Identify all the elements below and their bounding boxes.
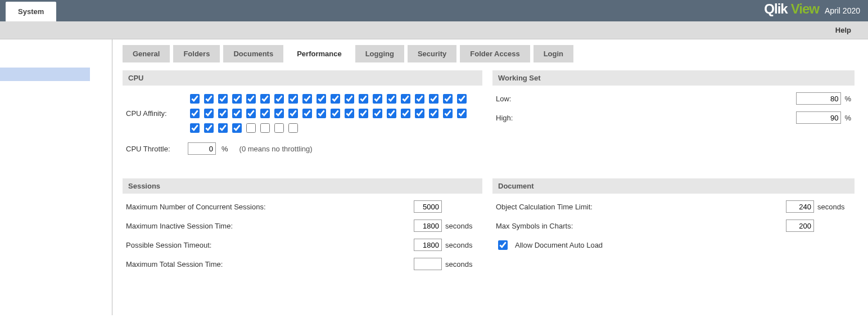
- cpu-affinity-checkbox-33[interactable]: [373, 109, 382, 118]
- session-row-0: Maximum Number of Concurrent Sessions:: [126, 200, 479, 213]
- document-input-1[interactable]: [786, 220, 814, 232]
- cpu-affinity-checkbox-2[interactable]: [218, 94, 228, 104]
- cpu-affinity-checkbox-0[interactable]: [190, 94, 200, 104]
- cpu-affinity-checkbox-10[interactable]: [331, 94, 340, 104]
- cpu-throttle-label: CPU Throttle:: [126, 145, 182, 153]
- cpu-affinity-checkbox-38[interactable]: [443, 109, 453, 118]
- cpu-affinity-checkbox-22[interactable]: [218, 109, 228, 118]
- cpu-affinity-checkbox-19[interactable]: [457, 94, 467, 104]
- session-unit-2: seconds: [445, 241, 479, 249]
- cpu-affinity-checkbox-8[interactable]: [302, 94, 312, 104]
- cpu-affinity-checkbox-12[interactable]: [359, 94, 368, 104]
- cpu-affinity-checkbox-37[interactable]: [429, 109, 438, 118]
- system-tab[interactable]: System: [6, 2, 56, 21]
- cpu-affinity-checkbox-44[interactable]: [246, 123, 256, 133]
- cpu-affinity-checkbox-46[interactable]: [274, 123, 284, 133]
- sidebar-selected-item[interactable]: [0, 68, 90, 81]
- cpu-affinity-checkbox-14[interactable]: [387, 94, 396, 104]
- session-input-1[interactable]: [414, 220, 442, 232]
- tabs-row: GeneralFoldersDocumentsPerformanceLoggin…: [123, 45, 855, 62]
- cpu-affinity-checkbox-25[interactable]: [260, 109, 270, 118]
- document-input-0[interactable]: [786, 200, 814, 213]
- sessions-header: Sessions: [123, 178, 482, 194]
- session-label-2: Possible Session Timeout:: [126, 241, 414, 249]
- session-unit-3: seconds: [445, 260, 479, 268]
- document-unit-0: seconds: [817, 203, 851, 211]
- document-row-0: Object Calculation Time Limit:seconds: [496, 200, 851, 213]
- cpu-affinity-checkbox-34[interactable]: [387, 109, 396, 118]
- cpu-affinity-checkbox-16[interactable]: [415, 94, 424, 104]
- cpu-affinity-checkbox-31[interactable]: [345, 109, 354, 118]
- document-header: Document: [492, 178, 855, 194]
- cpu-affinity-checkbox-30[interactable]: [331, 109, 340, 118]
- brand-qlik: Qlik: [764, 1, 787, 17]
- session-input-3[interactable]: [414, 258, 442, 270]
- working-set-panel: Working Set Low: % High: %: [492, 70, 855, 166]
- cpu-affinity-checkbox-15[interactable]: [401, 94, 410, 104]
- document-label-1: Max Symbols in Charts:: [496, 222, 786, 230]
- session-label-1: Maximum Inactive Session Time:: [126, 222, 414, 230]
- cpu-affinity-checkbox-6[interactable]: [274, 94, 284, 104]
- cpu-affinity-checkbox-23[interactable]: [232, 109, 242, 118]
- cpu-affinity-checkbox-4[interactable]: [246, 94, 256, 104]
- cpu-affinity-checkbox-43[interactable]: [232, 123, 242, 133]
- brand-view: View: [791, 1, 819, 17]
- tab-general[interactable]: General: [123, 45, 170, 62]
- sessions-panel: Sessions Maximum Number of Concurrent Se…: [123, 178, 482, 280]
- cpu-affinity-checkbox-7[interactable]: [288, 94, 298, 104]
- cpu-affinity-checkbox-3[interactable]: [232, 94, 242, 104]
- cpu-affinity-checkbox-24[interactable]: [246, 109, 256, 118]
- ws-low-input[interactable]: [796, 92, 841, 105]
- session-row-2: Possible Session Timeout:seconds: [126, 239, 479, 251]
- cpu-affinity-checkbox-29[interactable]: [317, 109, 326, 118]
- help-link[interactable]: Help: [835, 26, 851, 34]
- cpu-throttle-input[interactable]: [188, 142, 216, 155]
- ws-high-input[interactable]: [796, 111, 841, 124]
- cpu-affinity-checkbox-35[interactable]: [401, 109, 410, 118]
- cpu-affinity-checkbox-36[interactable]: [415, 109, 424, 118]
- cpu-affinity-checkbox-26[interactable]: [274, 109, 284, 118]
- cpu-throttle-hint: (0 means no throttling): [239, 145, 313, 153]
- brand-area: QlikView April 2020: [756, 0, 868, 21]
- cpu-affinity-checkbox-11[interactable]: [345, 94, 354, 104]
- top-bar: System QlikView April 2020: [0, 0, 868, 21]
- cpu-affinity-checkbox-1[interactable]: [204, 94, 214, 104]
- session-input-2[interactable]: [414, 239, 442, 251]
- cpu-affinity-checkbox-21[interactable]: [204, 109, 214, 118]
- cpu-affinity-checkbox-5[interactable]: [260, 94, 270, 104]
- session-label-3: Maximum Total Session Time:: [126, 260, 414, 268]
- tab-documents[interactable]: Documents: [223, 45, 283, 62]
- tab-folders[interactable]: Folders: [173, 45, 220, 62]
- tab-logging[interactable]: Logging: [355, 45, 404, 62]
- ws-high-unit: %: [844, 114, 851, 122]
- cpu-affinity-checkbox-18[interactable]: [443, 94, 453, 104]
- cpu-affinity-checkbox-47[interactable]: [288, 123, 298, 133]
- document-row-1: Max Symbols in Charts:: [496, 220, 851, 232]
- session-row-3: Maximum Total Session Time:seconds: [126, 258, 479, 270]
- tab-login[interactable]: Login: [534, 45, 573, 62]
- cpu-affinity-checkbox-42[interactable]: [218, 123, 228, 133]
- cpu-affinity-checkbox-41[interactable]: [204, 123, 214, 133]
- cpu-affinity-checkbox-32[interactable]: [359, 109, 368, 118]
- session-label-0: Maximum Number of Concurrent Sessions:: [126, 203, 414, 211]
- cpu-affinity-checkbox-20[interactable]: [190, 109, 200, 118]
- cpu-affinity-checkbox-45[interactable]: [260, 123, 270, 133]
- document-panel: Document Object Calculation Time Limit:s…: [492, 178, 855, 280]
- document-label-0: Object Calculation Time Limit:: [496, 203, 786, 211]
- ws-low-unit: %: [844, 95, 851, 103]
- brand-date: April 2020: [825, 6, 860, 15]
- cpu-affinity-checkbox-9[interactable]: [317, 94, 326, 104]
- cpu-affinity-checkbox-27[interactable]: [288, 109, 298, 118]
- allow-auto-load-checkbox[interactable]: [498, 240, 508, 250]
- help-bar: Help: [0, 21, 868, 39]
- tab-folder-access[interactable]: Folder Access: [460, 45, 530, 62]
- cpu-affinity-checkbox-17[interactable]: [429, 94, 438, 104]
- tab-performance[interactable]: Performance: [287, 45, 351, 62]
- cpu-affinity-checkbox-28[interactable]: [302, 109, 312, 118]
- ws-high-label: High:: [496, 114, 530, 122]
- session-input-0[interactable]: [414, 200, 442, 213]
- cpu-affinity-checkbox-13[interactable]: [373, 94, 382, 104]
- cpu-affinity-checkbox-40[interactable]: [190, 123, 200, 133]
- cpu-affinity-checkbox-39[interactable]: [457, 109, 467, 118]
- tab-security[interactable]: Security: [408, 45, 456, 62]
